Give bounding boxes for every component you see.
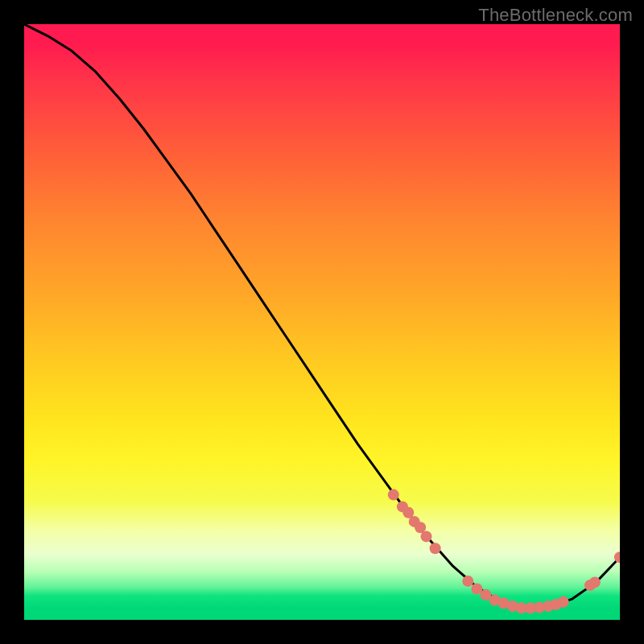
main-curve [24,24,620,608]
data-dot [388,489,399,501]
data-dot [589,576,601,588]
curve-layer [24,24,620,620]
watermark-text: TheBottleneck.com [478,5,633,26]
data-dot [421,530,432,542]
data-dot [462,576,473,587]
data-dots [388,489,620,614]
chart-frame: TheBottleneck.com [0,0,644,644]
data-dot [430,543,441,554]
plot-area [24,24,620,620]
data-dot [558,597,569,608]
